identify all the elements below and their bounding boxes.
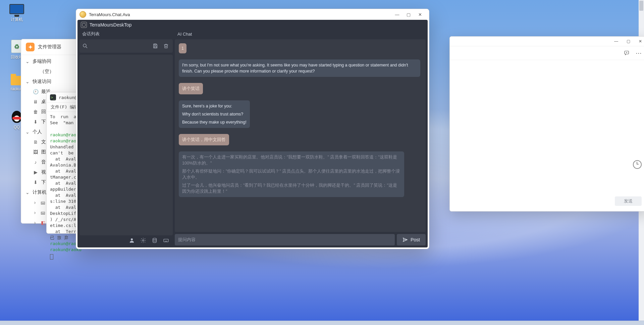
message-assistant: 有一次，有一个人走进一家买鞋的店里。他对店员说："我想要一双防水鞋。" 店员拿着…	[179, 151, 404, 197]
minimize-button[interactable]: —	[391, 10, 403, 19]
taskbar[interactable]	[0, 321, 644, 325]
scrollbar-thumb[interactable]	[639, 1, 643, 11]
send-button[interactable]: 发送	[615, 196, 642, 206]
secondary-window: — ▢ ✕ ⋯ 发送	[449, 36, 644, 212]
app-icon	[79, 11, 86, 18]
message-user: 讲个笑话	[179, 83, 203, 94]
download-small-icon: ⬇	[33, 119, 39, 125]
secondary-window-titlebar: — ▢ ✕	[450, 37, 644, 46]
download-small-icon: ⬇	[33, 180, 39, 185]
desktop-small-icon: 🖥	[33, 99, 39, 104]
composer: 提问内容 Post	[175, 234, 426, 245]
search-icon[interactable]	[82, 43, 88, 49]
chat-add-icon[interactable]	[622, 48, 632, 58]
message-input-placeholder: 提问内容	[178, 237, 196, 243]
doc-small-icon: 🗎	[33, 139, 39, 145]
maximize-button[interactable]: ▢	[403, 10, 414, 19]
clock-small-icon: 🕘	[33, 89, 39, 94]
svg-point-7	[131, 238, 133, 240]
sidebar-toolbar	[79, 39, 173, 53]
disk-small-icon: 🖴	[40, 210, 46, 215]
app-sub-icon	[81, 22, 87, 28]
desktop-icon-computer[interactable]: 计算机	[3, 4, 30, 22]
trash-small-icon: 🗑	[33, 109, 39, 114]
app-subtitle: TerraMoursDeskTop	[90, 22, 131, 28]
message-input[interactable]: 提问内容	[175, 234, 395, 245]
disk-small-icon: 🖴	[40, 200, 46, 205]
user-icon[interactable]	[128, 236, 136, 244]
svg-rect-10	[164, 239, 168, 242]
message-user: 讲个笑话，用中文回答	[179, 134, 229, 145]
secondary-toolbar: ⋯	[450, 46, 644, 60]
send-icon	[402, 237, 408, 242]
app-titlebar: TerraMours.Chat.Ava — ▢ ✕	[76, 9, 429, 20]
svg-point-9	[153, 238, 157, 240]
minimize-button[interactable]: —	[610, 38, 622, 45]
desktop-icon-label: 计算机	[3, 17, 30, 22]
close-button[interactable]: ✕	[634, 38, 644, 45]
svg-point-8	[143, 240, 144, 241]
file-manager-title: 文件管理器	[38, 44, 61, 50]
close-button[interactable]: ✕	[414, 10, 426, 19]
more-icon[interactable]: ⋯	[634, 48, 644, 58]
keyboard-icon[interactable]	[162, 236, 170, 244]
sidebar-heading: 会话列表	[79, 30, 173, 38]
maximize-button[interactable]: ▢	[622, 38, 634, 45]
chat-scroll-area[interactable]: 1 I'm sorry, but I'm not sure what you'r…	[175, 39, 426, 232]
monitor-icon	[9, 4, 24, 14]
chat-app-window: TerraMours.Chat.Ava — ▢ ✕ TerraMoursDesk…	[76, 9, 429, 249]
post-button-label: Post	[411, 237, 420, 242]
sidebar: 会话列表	[79, 30, 173, 245]
terminal-icon: >_	[50, 94, 56, 100]
svg-point-1	[83, 44, 86, 47]
video-small-icon: ▶	[33, 170, 39, 175]
file-manager-icon: ✦	[26, 43, 35, 51]
svg-rect-4	[154, 46, 156, 48]
clock-icon[interactable]	[633, 160, 642, 169]
message-user: 1	[179, 43, 186, 53]
music-small-icon: ♪	[33, 159, 39, 165]
sidebar-bottom-tools	[79, 235, 173, 245]
database-icon[interactable]	[151, 236, 159, 244]
message-assistant: Sure, here's a joke for you: Why don't s…	[179, 100, 250, 128]
post-button[interactable]: Post	[397, 234, 426, 245]
svg-line-2	[86, 47, 87, 48]
main-heading: AI Chat	[175, 30, 426, 38]
app-title: TerraMours.Chat.Ava	[89, 12, 130, 17]
save-icon[interactable]	[151, 42, 159, 50]
disk-color-icon: ◧	[40, 220, 46, 225]
picture-small-icon: 🖼	[33, 149, 39, 155]
app-subtitle-bar: TerraMoursDeskTop	[77, 20, 428, 30]
main-pane: AI Chat 1 I'm sorry, but I'm not sure wh…	[175, 30, 426, 245]
trash-icon[interactable]	[162, 42, 170, 50]
svg-rect-3	[154, 44, 156, 45]
sidebar-conversation-list[interactable]	[79, 55, 173, 235]
message-assistant: I'm sorry, but I'm not sure what you're …	[179, 59, 420, 77]
gear-icon[interactable]	[139, 236, 147, 244]
